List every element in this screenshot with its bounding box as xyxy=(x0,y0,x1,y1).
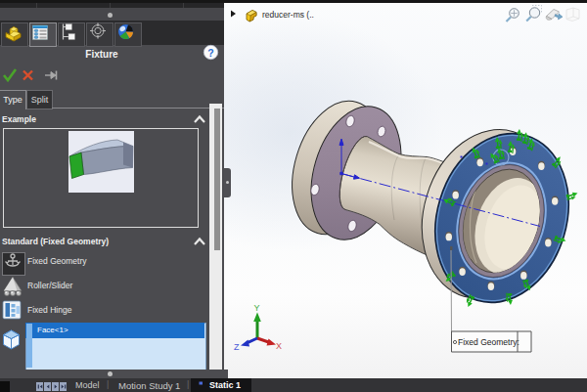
svg-text:Fixed Geometry:: Fixed Geometry: xyxy=(458,337,519,347)
svg-text:Y: Y xyxy=(254,303,260,313)
svg-text:X: X xyxy=(276,341,282,351)
svg-text:Z: Z xyxy=(234,342,240,352)
svg-text:reducer-ms (..: reducer-ms (.. xyxy=(262,10,314,20)
svg-text:?: ? xyxy=(207,47,213,59)
